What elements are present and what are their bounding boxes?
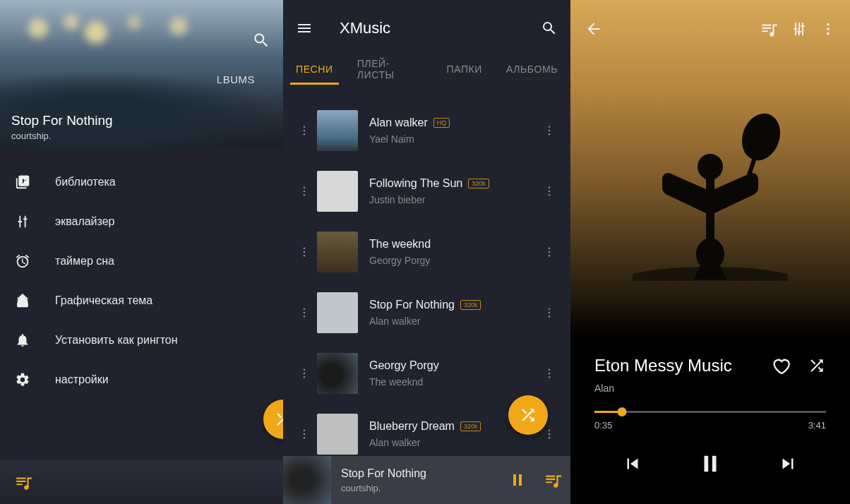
song-row[interactable]: Stop For Nothing 320k Alan walker [283,282,570,343]
quality-badge: 320k [460,421,481,431]
svg-point-35 [549,437,551,439]
drag-handle-icon[interactable] [296,246,313,258]
queue-icon[interactable] [535,471,570,489]
tab-folders[interactable]: ПАПКИ [446,64,482,83]
svg-point-30 [304,429,306,431]
song-artist: The weeknd [369,376,541,388]
more-icon[interactable] [820,21,836,37]
shuffle-fab[interactable] [508,395,548,435]
player-title: Eton Messy Music [594,356,754,376]
svg-point-8 [304,194,306,196]
more-icon[interactable] [541,367,558,380]
menu-label: эквалайзер [55,215,115,228]
now-playing-bar[interactable]: Stop For Nothing courtship. [283,456,570,504]
queue-icon[interactable] [14,473,32,491]
drag-handle-icon[interactable] [296,124,313,137]
time-total: 3:41 [808,420,826,431]
drag-handle-icon[interactable] [296,428,313,440]
search-icon[interactable] [541,20,558,37]
library-panel: XMusic ПЕСНИ ПЛЕЙ-ЛИСТЫ ПАПКИ АЛЬБОМЬ Al… [283,0,570,504]
quality-badge: 320k [460,300,481,310]
drag-handle-icon[interactable] [296,306,313,319]
prev-button[interactable] [622,453,643,474]
topbar: XMusic [283,0,570,56]
drag-handle-icon[interactable] [296,367,313,380]
shuffle-icon[interactable] [808,356,826,375]
song-art [317,232,358,272]
tab-playlists[interactable]: ПЛЕЙ-ЛИСТЫ [357,58,423,89]
svg-point-18 [304,308,306,310]
svg-point-41 [827,32,830,35]
search-icon[interactable] [252,31,270,49]
bell-icon [13,332,32,348]
tabs: ПЕСНИ ПЛЕЙ-ЛИСТЫ ПАПКИ АЛЬБОМЬ [283,56,570,90]
hero-subtitle: courtship. [11,131,51,141]
menu-item-library[interactable]: библиотека [0,162,283,202]
now-subtitle: courtship. [341,483,500,493]
song-row[interactable]: Following The Sun 320k Justin bieber [283,161,570,222]
player-artist: Alan [594,383,826,394]
svg-point-5 [549,133,551,136]
next-button[interactable] [777,453,798,474]
hero-tab-albums[interactable]: LBUMS [217,73,255,85]
song-title: Stop For Nothing 320k [369,299,541,311]
back-icon[interactable] [585,20,603,38]
song-art [317,110,358,151]
equalizer-icon[interactable] [791,20,808,37]
song-artist: Yael Naim [369,133,541,145]
svg-point-31 [304,433,306,436]
tab-albums[interactable]: АЛЬБОМЬ [506,64,558,83]
svg-point-9 [549,186,551,188]
menu-item-ringtone[interactable]: Установить как рингтон [0,320,283,360]
svg-point-12 [304,247,306,249]
svg-point-14 [304,255,306,257]
tab-songs[interactable]: ПЕСНИ [296,64,333,83]
drag-handle-icon[interactable] [296,185,313,198]
song-row[interactable]: Alan walker HQ Yael Naim [283,100,570,161]
menu-label: Графическая тема [55,294,152,307]
player-panel: Eton Messy Music Alan 0:35 3:41 [570,0,850,504]
pause-button[interactable] [500,470,535,490]
svg-point-6 [304,186,306,188]
queue-icon[interactable] [760,20,778,38]
menu-item-theme[interactable]: Графическая тема [0,281,283,320]
svg-point-20 [304,316,306,318]
song-title: The weeknd [369,238,541,251]
song-title: Following The Sun 320k [369,177,541,190]
song-title: Alan walker HQ [369,116,541,129]
quality-badge: 320k [468,179,489,188]
more-icon[interactable] [541,185,558,198]
menu-icon[interactable] [296,20,313,37]
more-icon[interactable] [541,124,558,137]
song-row[interactable]: The weeknd Georgy Porgy [283,222,570,282]
menu-item-settings[interactable]: настройки [0,360,283,400]
svg-point-34 [549,433,551,436]
drawer-menu: библиотека эквалайзер таймер сна Графиче… [0,148,283,414]
menu-label: Установить как рингтон [55,334,178,347]
svg-point-23 [549,316,551,318]
player-body: Eton Messy Music Alan 0:35 3:41 [570,337,850,476]
more-icon[interactable] [541,306,558,319]
mini-player[interactable] [0,460,283,504]
menu-item-sleep-timer[interactable]: таймер сна [0,241,283,281]
song-artist: Alan walker [369,437,541,448]
svg-point-29 [549,376,551,378]
song-art [317,353,358,394]
menu-item-equalizer[interactable]: эквалайзер [0,202,283,241]
svg-point-19 [304,312,306,314]
song-artist: Justin bieber [369,194,541,205]
progress-bar[interactable]: 0:35 3:41 [594,411,826,431]
svg-point-11 [549,194,551,196]
more-icon[interactable] [541,428,558,440]
song-art [317,171,358,212]
svg-point-17 [549,255,551,257]
svg-point-22 [549,312,551,314]
svg-point-40 [827,28,830,30]
svg-point-28 [549,373,551,375]
pause-button[interactable] [698,452,722,476]
more-icon[interactable] [541,246,558,258]
heart-icon[interactable] [771,356,791,376]
alarm-icon [13,253,32,269]
app-title: XMusic [340,19,521,37]
svg-point-27 [549,368,551,371]
